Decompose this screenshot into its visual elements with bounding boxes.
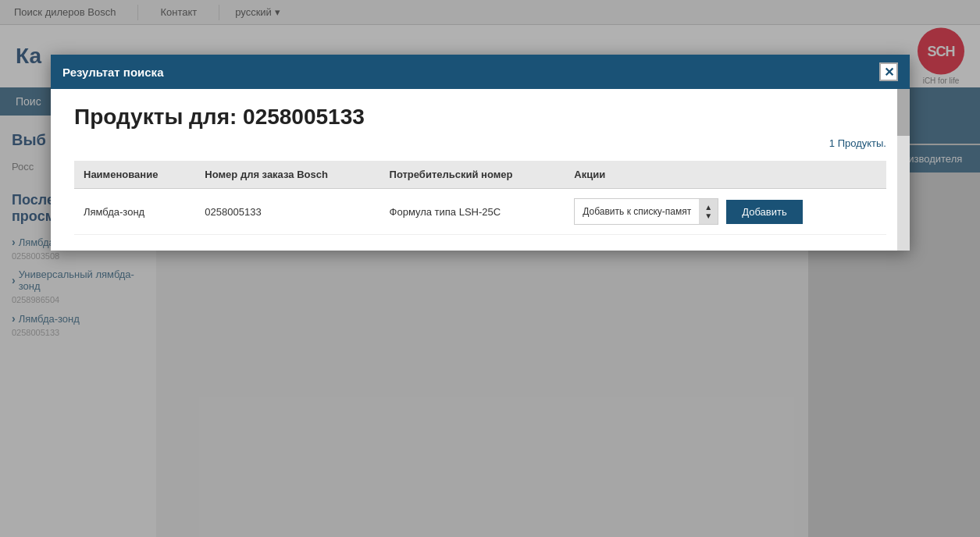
cell-order-number: 0258005133 [195, 189, 380, 235]
table-row: Лямбда-зонд 0258005133 Формула типа LSH-… [74, 189, 886, 235]
col-name: Наименование [74, 161, 195, 189]
modal-title: Результат поиска [62, 66, 163, 79]
modal-product-title: Продукты для: 0258005133 [74, 105, 886, 130]
result-table: Наименование Номер для заказа Bosch Потр… [74, 161, 886, 235]
col-order-number: Номер для заказа Bosch [195, 161, 380, 189]
add-button[interactable]: Добавить [726, 200, 802, 224]
modal-dialog: Результат поиска ✕ Продукты для: 0258005… [51, 55, 910, 251]
table-header-row: Наименование Номер для заказа Bosch Потр… [74, 161, 886, 189]
cell-actions: Добавить к списку-памят ▲ ▼ Добавить [565, 189, 886, 235]
action-dropdown-text: Добавить к списку-памят [575, 201, 699, 222]
col-actions: Акции [565, 161, 886, 189]
cell-consumer-number: Формула типа LSH-25C [380, 189, 565, 235]
modal-scroll-thumb[interactable] [897, 89, 910, 136]
modal-header: Результат поиска ✕ [51, 55, 910, 89]
col-consumer-number: Потребительский номер [380, 161, 565, 189]
modal-body: Продукты для: 0258005133 1 Продукты. Наи… [51, 89, 910, 251]
cell-product-name: Лямбда-зонд [74, 189, 195, 235]
action-dropdown-arrow[interactable]: ▲ ▼ [699, 199, 718, 224]
action-dropdown[interactable]: Добавить к списку-памят ▲ ▼ [574, 198, 718, 225]
modal-close-button[interactable]: ✕ [879, 62, 898, 81]
modal-scrollbar[interactable] [897, 89, 910, 251]
product-count: 1 Продукты. [74, 137, 886, 149]
